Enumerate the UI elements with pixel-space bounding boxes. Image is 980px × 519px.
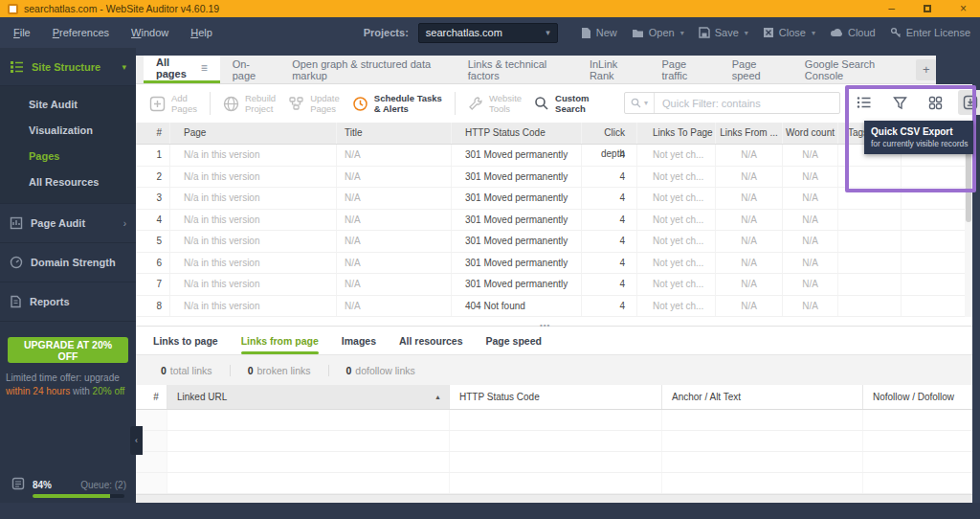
sidebar-item-pages[interactable]: Pages bbox=[0, 144, 136, 169]
col-number[interactable]: # bbox=[136, 123, 170, 144]
table-row[interactable]: 5 N/a in this version N/A 301 Moved perm… bbox=[136, 231, 965, 253]
menu-preferences[interactable]: Preferences bbox=[53, 27, 109, 38]
col-click-depth[interactable]: Click depth bbox=[582, 123, 637, 144]
offer-discount-text: 20% off bbox=[93, 386, 125, 396]
save-project-button[interactable]: Save ▾ bbox=[699, 27, 748, 38]
cell-links-to-page: Not yet ch... bbox=[637, 210, 716, 231]
sidebar-item-page-audit[interactable]: Page Audit › bbox=[0, 204, 136, 243]
sidebar-item-visualization[interactable]: Visualization bbox=[0, 118, 136, 144]
projects-label: Projects: bbox=[364, 27, 409, 38]
table-row[interactable]: 7 N/a in this version N/A 301 Moved perm… bbox=[136, 274, 965, 296]
tab-page-speed-detail[interactable]: Page speed bbox=[486, 327, 542, 354]
queue-count: Queue: (2) bbox=[80, 480, 126, 490]
close-button[interactable]: × bbox=[960, 3, 967, 14]
hamburger-icon[interactable]: ≡ bbox=[201, 61, 208, 75]
tab-links-from-page[interactable]: Links from page bbox=[241, 327, 319, 354]
cell-tags bbox=[838, 274, 902, 295]
col-linked-url[interactable]: Linked URL ▲ bbox=[167, 385, 450, 409]
tab-inlink-rank[interactable]: InLink Rank bbox=[577, 56, 650, 83]
restore-button[interactable] bbox=[924, 5, 931, 12]
menu-file[interactable]: File bbox=[13, 27, 31, 38]
cell-links-to-page: Not yet ch... bbox=[637, 167, 716, 188]
column-list-button[interactable] bbox=[852, 90, 877, 115]
col-page[interactable]: Page bbox=[170, 123, 337, 144]
table-row[interactable]: 4 N/a in this version N/A 301 Moved perm… bbox=[136, 210, 965, 232]
menu-window[interactable]: Window bbox=[131, 27, 168, 38]
sidebar-item-all-resources[interactable]: All Resources bbox=[0, 169, 136, 195]
table-row[interactable]: 6 N/a in this version N/A 301 Moved perm… bbox=[136, 253, 965, 275]
close-square-icon bbox=[763, 27, 774, 38]
tooltip-subtitle: for currently visible records bbox=[871, 139, 967, 148]
table-row[interactable]: 1 N/a in this version N/A 301 Moved perm… bbox=[136, 145, 965, 167]
tab-all-resources[interactable]: All resources bbox=[399, 327, 463, 354]
tab-links-to-page[interactable]: Links to page bbox=[153, 327, 218, 354]
rebuild-project-button[interactable]: RebuildProject bbox=[223, 93, 276, 114]
bottom-panel-collapse-button[interactable]: ‹ bbox=[130, 426, 143, 455]
cloud-button[interactable]: Cloud bbox=[830, 27, 876, 38]
table-row[interactable]: 8 N/a in this version N/A 404 Not found … bbox=[136, 296, 965, 318]
tab-page-traffic[interactable]: Page traffic bbox=[649, 56, 719, 83]
quick-csv-export-button[interactable] bbox=[958, 90, 980, 115]
tab-all-pages[interactable]: All pages ≡ bbox=[144, 56, 220, 83]
menu-help[interactable]: Help bbox=[190, 27, 212, 38]
chevron-down-icon: ▾ bbox=[644, 99, 648, 107]
window-title: searchatlas.com - WebSite Auditor v4.60.… bbox=[24, 3, 219, 14]
cell-page: N/a in this version bbox=[170, 274, 337, 295]
col-links-from[interactable]: Links From ... bbox=[716, 123, 783, 144]
menu-bar: File Preferences Window Help Projects: s… bbox=[0, 17, 980, 48]
sidebar-item-site-audit[interactable]: Site Audit bbox=[0, 92, 136, 118]
add-tab-button[interactable]: + bbox=[916, 59, 936, 80]
sidebar-item-reports[interactable]: Reports bbox=[0, 282, 136, 322]
close-project-button[interactable]: Close ▾ bbox=[763, 27, 815, 38]
tab-on-page[interactable]: On-page bbox=[220, 56, 280, 83]
tab-links-technical[interactable]: Links & technical factors bbox=[456, 56, 577, 83]
quick-filter-input[interactable] bbox=[655, 98, 839, 109]
website-tools-button[interactable]: WebsiteTools bbox=[468, 93, 522, 114]
new-project-button[interactable]: New bbox=[581, 27, 617, 39]
scrollbar-thumb[interactable] bbox=[966, 144, 971, 222]
cell-http-status: 301 Moved permanently bbox=[452, 210, 582, 231]
cell-links-from: N/A bbox=[716, 188, 783, 209]
cell-links-from: N/A bbox=[716, 231, 783, 252]
upgrade-button[interactable]: UPGRADE AT 20% OFF bbox=[8, 337, 128, 363]
cell-number: 4 bbox=[136, 210, 170, 231]
title-bar: searchatlas.com - WebSite Auditor v4.60.… bbox=[0, 0, 980, 17]
add-pages-button[interactable]: AddPages bbox=[149, 93, 197, 114]
filter-mode-button[interactable]: ▾ bbox=[625, 93, 655, 113]
table-row[interactable]: 3 N/a in this version N/A 301 Moved perm… bbox=[136, 188, 965, 210]
col-http-status[interactable]: HTTP Status Code bbox=[452, 123, 582, 144]
col-number[interactable]: # bbox=[136, 385, 167, 409]
col-title[interactable]: Title bbox=[337, 123, 452, 144]
open-project-button[interactable]: Open ▾ bbox=[632, 27, 684, 38]
cell-title: N/A bbox=[337, 145, 452, 166]
key-icon bbox=[890, 27, 902, 38]
col-nofollow-dofollow[interactable]: Nofollow / Dofollow bbox=[863, 385, 972, 409]
links-table-body bbox=[136, 410, 972, 494]
sidebar-item-site-structure[interactable]: Site Structure ▾ bbox=[0, 48, 136, 86]
cell-click-depth: 4 bbox=[582, 145, 637, 166]
col-http-status[interactable]: HTTP Status Code bbox=[450, 385, 662, 409]
cell-links-from: N/A bbox=[716, 167, 783, 188]
minimize-button[interactable]: – bbox=[888, 3, 895, 14]
tab-google-search-console[interactable]: Google Search Console bbox=[792, 56, 913, 83]
workspace-layout-button[interactable] bbox=[923, 90, 947, 115]
custom-search-button[interactable]: CustomSearch bbox=[534, 93, 589, 114]
cell-page: N/a in this version bbox=[170, 188, 337, 209]
update-pages-button[interactable]: UpdatePages bbox=[288, 93, 340, 114]
table-row[interactable]: 2 N/a in this version N/A 301 Moved perm… bbox=[136, 167, 965, 189]
enter-license-button[interactable]: Enter License bbox=[890, 27, 970, 38]
filter-button[interactable] bbox=[887, 90, 912, 115]
schedule-tasks-button[interactable]: Schedule Tasks& Alerts bbox=[352, 93, 442, 114]
update-pages-icon bbox=[288, 96, 304, 112]
sidebar-item-domain-strength[interactable]: Domain Strength bbox=[0, 243, 136, 282]
col-anchor-alt-text[interactable]: Anchor / Alt Text bbox=[662, 385, 863, 409]
tab-images[interactable]: Images bbox=[342, 327, 376, 354]
col-word-count[interactable]: Word count bbox=[783, 123, 838, 144]
col-links-to-page[interactable]: Links To Page bbox=[637, 123, 716, 144]
cell-title: N/A bbox=[337, 167, 452, 188]
project-select[interactable]: searchatlas.com ▾ bbox=[418, 23, 558, 43]
report-icon bbox=[10, 295, 22, 308]
tooltip-title: Quick CSV Export bbox=[871, 126, 967, 137]
tab-open-graph[interactable]: Open graph & structured data markup bbox=[279, 56, 456, 83]
tab-page-speed[interactable]: Page speed bbox=[720, 56, 792, 83]
